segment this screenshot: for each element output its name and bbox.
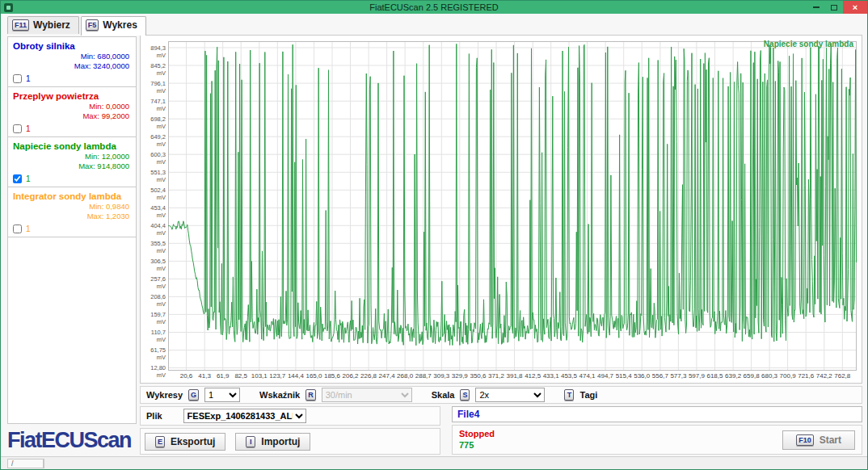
y-tick-label: 355,5 mV <box>141 240 166 254</box>
f5-key-badge: F5 <box>86 19 99 31</box>
x-tick-label: 536,0 <box>628 372 655 380</box>
statusbar-cell: / <box>7 459 44 468</box>
y-tick-label: 208,6 mV <box>141 293 166 308</box>
r-key-badge: R <box>305 389 316 401</box>
y-tick-label: 404,4 mV <box>141 222 166 237</box>
plik-select[interactable]: FESExp_1406281433_ALFA <box>183 409 306 423</box>
x-tick-label: 721,6 <box>792 372 820 380</box>
x-tick-label: 453,5 <box>555 372 583 380</box>
y-tick-label: 110,7 mV <box>141 329 166 343</box>
g-key-badge: G <box>188 389 199 401</box>
x-tick-label: 206,2 <box>337 372 364 380</box>
importuj-label: Importuj <box>261 436 300 447</box>
eksportuj-button[interactable]: E Eksportuj <box>145 433 225 451</box>
i-key-badge: I <box>246 436 255 447</box>
signal-checkbox-label: 1 <box>26 225 31 233</box>
status-bar: / <box>1 456 867 469</box>
y-tick-label: 551,3 mV <box>141 169 166 183</box>
signal-checkbox-label: 1 <box>26 124 31 133</box>
tab-bar: F11 Wybierz F5 Wykres <box>7 16 146 34</box>
y-tick-label: 306,5 mV <box>141 258 166 272</box>
wykresy-select[interactable]: 1 <box>204 388 240 402</box>
signal-checkbox[interactable] <box>13 74 22 83</box>
x-tick-label: 268,0 <box>391 372 419 380</box>
start-label: Start <box>820 434 841 446</box>
skala-select[interactable]: 2x <box>475 388 545 402</box>
x-tick-label: 433,1 <box>537 372 565 380</box>
x-tick-label: 762,8 <box>828 372 856 380</box>
x-tick-label: 185,6 <box>318 372 346 380</box>
window-title: FiatECUScan 2.5 REGISTERED <box>1 2 867 12</box>
y-tick-label: 159,7 mV <box>141 311 166 325</box>
minimize-icon <box>813 6 820 8</box>
chart-canvas <box>168 41 857 371</box>
chart-panel: Napiecie sondy lambda 894,3 mV845,2 mV79… <box>140 35 862 384</box>
x-tick-label: 82,5 <box>227 372 255 380</box>
x-tick-label: 639,2 <box>719 372 747 380</box>
x-tick-label: 226,8 <box>355 372 382 380</box>
e-key-badge: E <box>155 436 165 447</box>
status-text: Stopped <box>459 429 495 439</box>
x-tick-label: 742,2 <box>811 372 838 380</box>
x-tick-label: 556,7 <box>647 372 674 380</box>
signal-section-obroty-silnika: Obroty silnika Min: 680,0000 Max: 3240,0… <box>8 37 136 87</box>
x-tick-label: 144,4 <box>282 372 310 380</box>
y-tick-label: 12,80 mV <box>141 364 166 379</box>
y-tick-label: 649,2 mV <box>141 133 166 148</box>
chart-controls-row: Wykresy G 1 Wskaźnik R 30/min Skala S 2x… <box>140 386 862 404</box>
tab-wybierz[interactable]: F11 Wybierz <box>7 16 79 34</box>
maximize-icon <box>831 5 837 10</box>
plik-row: Plik FESExp_1406281433_ALFA <box>140 406 440 426</box>
x-tick-label: 474,1 <box>574 372 601 380</box>
x-tick-label: 597,9 <box>683 372 710 380</box>
x-tick-label: 41,3 <box>191 372 218 380</box>
signal-checkbox[interactable] <box>13 174 22 183</box>
y-tick-label: 845,2 mV <box>141 62 166 77</box>
x-tick-label: 103,1 <box>246 372 273 380</box>
signal-min: Min: 0,9840 <box>13 202 129 212</box>
tagi-label: Tagi <box>579 390 597 400</box>
signal-max: Max: 914,8000 <box>13 162 129 171</box>
close-button[interactable]: × <box>843 1 867 14</box>
current-file-display[interactable]: File4 <box>452 406 862 422</box>
main-content: Obroty silnika Min: 680,0000 Max: 3240,0… <box>1 35 867 456</box>
signal-name: Integrator sondy lambda <box>13 191 131 201</box>
app-window: FiatECUScan 2.5 REGISTERED × F11 Wybierz… <box>0 0 868 470</box>
title-bar: FiatECUScan 2.5 REGISTERED × <box>1 1 867 14</box>
fiatecuscan-logo: FiatECUScan <box>7 428 131 453</box>
signal-checkbox[interactable] <box>13 124 22 133</box>
x-tick-label: 700,9 <box>774 372 802 380</box>
x-tick-label: 659,8 <box>738 372 765 380</box>
signal-max: Max: 3240,0000 <box>13 61 129 71</box>
importuj-button[interactable]: I Importuj <box>235 433 310 451</box>
signal-name: Obroty silnika <box>13 41 131 51</box>
signal-min: Min: 680,0000 <box>13 52 129 61</box>
signal-min: Min: 0,0000 <box>13 102 129 111</box>
signal-min: Min: 12,0000 <box>13 152 129 162</box>
plik-label: Plik <box>146 411 162 421</box>
wskaznik-select: 30/min <box>322 388 412 402</box>
tab-wybierz-label: Wybierz <box>33 19 70 31</box>
t-key-badge: T <box>564 389 574 401</box>
minimize-button[interactable] <box>807 1 825 14</box>
start-button[interactable]: F10 Start <box>782 430 855 450</box>
skala-label: Skala <box>432 390 455 400</box>
y-tick-label: 257,6 mV <box>141 275 166 290</box>
signal-name: Przeplyw powietrza <box>13 91 131 101</box>
signal-section-przeplyw-powietrza: Przeplyw powietrza Min: 0,0000 Max: 99,2… <box>8 87 136 137</box>
x-tick-label: 618,5 <box>701 372 728 380</box>
status-strip: Stopped 775 F10 Start <box>452 425 862 455</box>
x-tick-label: 309,3 <box>428 372 455 380</box>
counter-text: 775 <box>459 440 495 451</box>
signal-checkbox[interactable] <box>13 225 22 233</box>
maximize-button[interactable] <box>825 1 843 14</box>
x-tick-label: 577,3 <box>664 372 692 380</box>
signal-max: Max: 1,2030 <box>13 212 129 221</box>
tab-wykres[interactable]: F5 Wykres <box>81 16 146 36</box>
wykresy-label: Wykresy <box>146 390 183 400</box>
x-tick-label: 391,8 <box>501 372 529 380</box>
y-tick-label: 747,1 mV <box>141 98 166 112</box>
chart-plot-area <box>168 41 857 371</box>
x-tick-label: 350,6 <box>464 372 491 380</box>
x-tick-label: 412,5 <box>519 372 546 380</box>
